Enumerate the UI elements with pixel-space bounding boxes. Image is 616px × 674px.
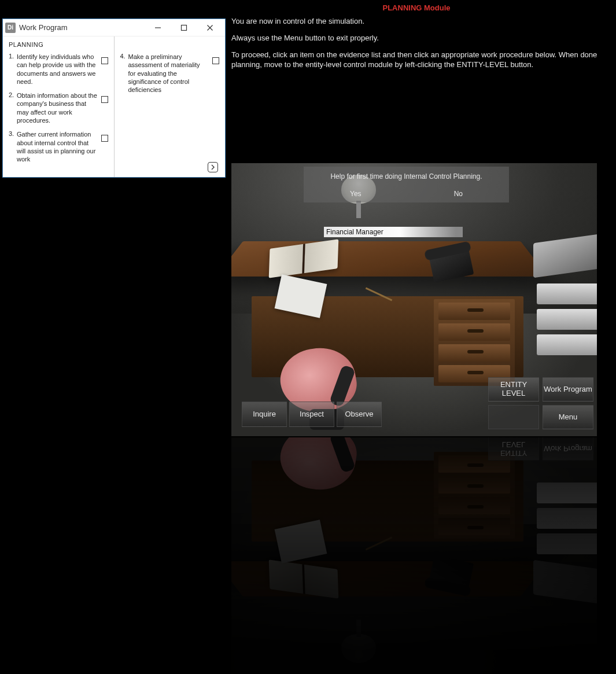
help-yes-button[interactable]: Yes xyxy=(343,189,368,199)
scene-reflection: Inquire Inspect Observe ENTITY LEVEL Wor… xyxy=(231,437,597,674)
work-program-button[interactable]: Work Program xyxy=(543,377,593,402)
instructions-panel: PLANNING Module You are now in control o… xyxy=(231,0,602,76)
planning-item: 4. Make a preliminary assessment of mate… xyxy=(120,53,220,94)
help-text: Help for first time doing Internal Contr… xyxy=(304,172,509,181)
planning-item-text: Obtain information about the company's b… xyxy=(17,91,101,124)
window-title: Work Program xyxy=(19,23,145,32)
checkbox[interactable] xyxy=(101,96,108,103)
empty-button-slot xyxy=(488,405,539,429)
inspect-button[interactable]: Inspect xyxy=(289,402,334,427)
menu-button[interactable]: Menu xyxy=(543,405,593,429)
inquire-button[interactable]: Inquire xyxy=(242,402,287,427)
planning-heading: PLANNING xyxy=(9,41,108,48)
checkbox[interactable] xyxy=(212,57,219,64)
svg-rect-1 xyxy=(181,25,186,30)
planning-item: 3. Gather current information about inte… xyxy=(9,130,108,163)
financial-manager-label[interactable]: Financial Manager xyxy=(324,227,463,237)
help-no-button[interactable]: No xyxy=(447,189,470,199)
printer xyxy=(533,238,597,342)
close-button[interactable] xyxy=(197,20,223,36)
minimize-button[interactable] xyxy=(145,20,171,36)
instruction-line: To proceed, click an item on the evidenc… xyxy=(231,50,602,70)
observe-button[interactable]: Observe xyxy=(337,402,382,427)
planning-item: 1. Identify key individuals who can help… xyxy=(9,53,108,86)
planning-item: 2. Obtain information about the company'… xyxy=(9,91,108,124)
checkbox[interactable] xyxy=(101,57,108,64)
checkbox[interactable] xyxy=(101,135,108,142)
work-program-window: Di Work Program PLANNING 1. Identify key… xyxy=(2,19,226,178)
instruction-line: You are now in control of the simulation… xyxy=(231,17,602,27)
desk-drawers xyxy=(434,299,515,386)
titlebar[interactable]: Di Work Program xyxy=(3,19,225,36)
next-button[interactable] xyxy=(208,162,218,172)
planning-item-text: Identify key individuals who can help pr… xyxy=(17,53,101,86)
simulation-scene[interactable]: Help for first time doing Internal Contr… xyxy=(231,163,597,436)
planning-item-text: Make a preliminary assessment of materia… xyxy=(128,53,213,94)
planning-item-text: Gather current information about interna… xyxy=(17,130,101,163)
help-banner: Help for first time doing Internal Contr… xyxy=(304,167,509,202)
module-title: PLANNING Module xyxy=(231,0,602,17)
app-icon: Di xyxy=(5,23,16,33)
entity-level-button[interactable]: ENTITY LEVEL xyxy=(488,377,539,402)
instruction-line: Always use the Menu button to exit prope… xyxy=(231,34,602,43)
maximize-button[interactable] xyxy=(171,20,197,36)
